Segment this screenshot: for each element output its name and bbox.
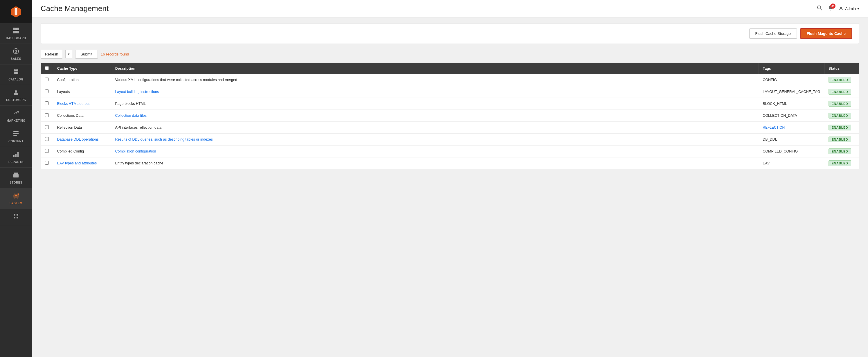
submit-button[interactable]: Submit bbox=[75, 50, 98, 59]
magento-logo-icon bbox=[9, 5, 22, 18]
row-tags: EAV bbox=[758, 157, 824, 169]
row-checkbox[interactable] bbox=[45, 137, 49, 141]
topbar: Cache Management 39 Admin ▾ bbox=[32, 0, 868, 18]
sidebar-item-sales[interactable]: $ SALES bbox=[0, 44, 32, 64]
row-description: API interfaces reflection data bbox=[111, 122, 759, 133]
action-bar: Flush Cache Storage Flush Magento Cache bbox=[41, 23, 859, 44]
row-cache-type: Reflection Data bbox=[53, 122, 111, 133]
description-link[interactable]: Results of DDL queries, such as describi… bbox=[115, 138, 213, 142]
page-title: Cache Management bbox=[41, 4, 108, 13]
table-row: Compiled Config Compilation configuratio… bbox=[41, 146, 859, 157]
tag-text: EAV bbox=[763, 161, 770, 165]
sidebar-item-system-label: SYSTEM bbox=[9, 202, 22, 205]
table-row: Database DDL operations Results of DDL q… bbox=[41, 133, 859, 146]
row-tags: COLLECTION_DATA bbox=[758, 110, 824, 122]
row-cache-type: Configuration bbox=[53, 74, 111, 86]
svg-point-30 bbox=[840, 7, 842, 9]
cache-type-link[interactable]: EAV types and attributes bbox=[57, 161, 97, 165]
status-badge: ENABLED bbox=[829, 160, 851, 166]
row-checkbox-cell bbox=[41, 74, 53, 86]
row-cache-type: Blocks HTML output bbox=[53, 98, 111, 110]
content-icon bbox=[13, 130, 19, 138]
row-checkbox[interactable] bbox=[45, 89, 49, 93]
table-row: Reflection Data API interfaces reflectio… bbox=[41, 122, 859, 133]
row-checkbox[interactable] bbox=[45, 125, 49, 129]
description-link[interactable]: Collection data files bbox=[115, 114, 147, 118]
row-cache-type: Collections Data bbox=[53, 110, 111, 122]
customers-icon bbox=[13, 89, 19, 97]
notification-bell[interactable]: 39 bbox=[827, 5, 833, 12]
row-tags: LAYOUT_GENERAL_CACHE_TAG bbox=[758, 86, 824, 98]
row-description: Various XML configurations that were col… bbox=[111, 74, 759, 86]
sidebar-item-extensions[interactable] bbox=[0, 209, 32, 226]
sidebar-item-content[interactable]: CONTENT bbox=[0, 126, 32, 147]
col-header-checkbox bbox=[41, 63, 53, 75]
col-header-status: Status bbox=[825, 63, 859, 75]
admin-user[interactable]: Admin ▾ bbox=[838, 6, 859, 11]
refresh-dropdown-button[interactable]: ▾ bbox=[65, 50, 72, 58]
svg-rect-9 bbox=[13, 69, 16, 71]
toolbar: Refresh ▾ Submit 16 records found bbox=[41, 50, 859, 59]
row-checkbox[interactable] bbox=[45, 101, 49, 105]
flush-cache-storage-button[interactable]: Flush Cache Storage bbox=[749, 28, 797, 39]
sidebar-item-content-label: CONTENT bbox=[8, 140, 24, 143]
catalog-icon bbox=[13, 68, 19, 77]
row-cache-type: Layouts bbox=[53, 86, 111, 98]
cache-type-text: Configuration bbox=[57, 78, 79, 82]
svg-line-29 bbox=[820, 9, 822, 10]
marketing-icon bbox=[13, 110, 19, 118]
cache-type-link[interactable]: Blocks HTML output bbox=[57, 102, 90, 106]
cache-type-text: Layouts bbox=[57, 90, 70, 94]
flush-magento-cache-button[interactable]: Flush Magento Cache bbox=[800, 28, 852, 39]
status-badge: ENABLED bbox=[829, 89, 851, 95]
description-link[interactable]: Layout building instructions bbox=[115, 90, 159, 94]
row-description: Entity types declaration cache bbox=[111, 157, 759, 169]
col-header-description: Description bbox=[111, 63, 759, 75]
sidebar-item-system[interactable]: SYSTEM bbox=[0, 188, 32, 209]
search-icon[interactable] bbox=[817, 5, 822, 12]
svg-rect-15 bbox=[13, 131, 19, 132]
sidebar-logo[interactable] bbox=[0, 0, 32, 23]
sidebar-item-catalog[interactable]: CATALOG bbox=[0, 64, 32, 85]
sidebar-item-reports[interactable]: REPORTS bbox=[0, 147, 32, 168]
extensions-icon bbox=[13, 213, 19, 221]
tag-link[interactable]: REFLECTION bbox=[763, 125, 785, 129]
col-header-cache-type: Cache Type bbox=[53, 63, 111, 75]
svg-rect-6 bbox=[16, 31, 19, 33]
tag-text: COLLECTION_DATA bbox=[763, 114, 797, 118]
cache-type-link[interactable]: Database DDL operations bbox=[57, 138, 99, 142]
svg-rect-27 bbox=[17, 217, 18, 218]
description-link[interactable]: Compilation configuration bbox=[115, 149, 156, 153]
table-header-row: Cache Type Description Tags Status bbox=[41, 63, 859, 75]
svg-text:$: $ bbox=[15, 49, 17, 54]
row-checkbox-cell bbox=[41, 157, 53, 169]
svg-rect-16 bbox=[13, 133, 19, 134]
sidebar-item-marketing[interactable]: MARKETING bbox=[0, 106, 32, 126]
row-tags: DB_DDL bbox=[758, 133, 824, 146]
sidebar-item-stores[interactable]: STORES bbox=[0, 168, 32, 188]
sidebar-item-customers-label: CUSTOMERS bbox=[6, 98, 26, 102]
row-checkbox[interactable] bbox=[45, 161, 49, 165]
tag-text: CONFIG bbox=[763, 78, 777, 82]
dashboard-icon bbox=[13, 27, 19, 35]
table-row: Blocks HTML output Page blocks HTML BLOC… bbox=[41, 98, 859, 110]
row-tags: REFLECTION bbox=[758, 122, 824, 133]
app-wrapper: DASHBOARD $ SALES CATALOG CUSTOMERS MARK… bbox=[0, 0, 868, 357]
tag-text: LAYOUT_GENERAL_CACHE_TAG bbox=[763, 90, 820, 94]
row-description: Collection data files bbox=[111, 110, 759, 122]
sidebar-item-dashboard[interactable]: DASHBOARD bbox=[0, 23, 32, 44]
row-checkbox[interactable] bbox=[45, 113, 49, 117]
row-status: ENABLED bbox=[825, 146, 859, 157]
status-badge: ENABLED bbox=[829, 137, 851, 142]
row-checkbox-cell bbox=[41, 133, 53, 146]
row-checkbox-cell bbox=[41, 98, 53, 110]
refresh-button[interactable]: Refresh bbox=[41, 50, 62, 59]
row-checkbox[interactable] bbox=[45, 149, 49, 153]
sales-icon: $ bbox=[13, 48, 19, 56]
svg-rect-24 bbox=[13, 214, 16, 215]
sidebar-item-sales-label: SALES bbox=[11, 57, 21, 61]
sidebar-item-customers[interactable]: CUSTOMERS bbox=[0, 85, 32, 106]
row-checkbox[interactable] bbox=[45, 78, 49, 81]
row-status: ENABLED bbox=[825, 133, 859, 146]
select-all-checkbox[interactable] bbox=[45, 66, 49, 70]
